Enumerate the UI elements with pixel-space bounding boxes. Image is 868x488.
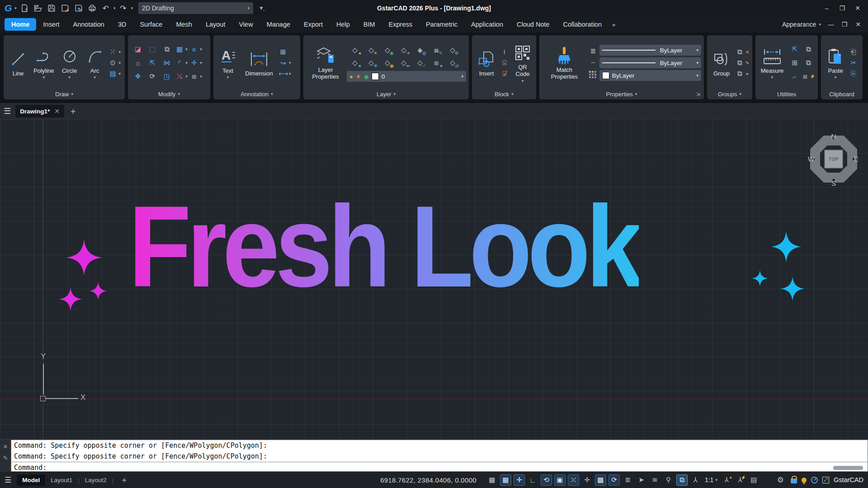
3d-object-snap-toggle[interactable]: ⤫ [568, 474, 579, 486]
paste-special-button[interactable]: ⎗ [849, 48, 858, 56]
polyline-button[interactable]: Polyline ▾ [32, 45, 56, 81]
tab-surface[interactable]: Surface [133, 18, 169, 31]
mirror-button[interactable]: ⋈ [160, 59, 174, 67]
ui-lock-button[interactable] [791, 479, 797, 483]
match-properties-button[interactable]: Match Properties [542, 44, 587, 81]
align-button[interactable]: ≡▾ [189, 46, 203, 53]
list-stack-button[interactable]: ⧉ [802, 45, 815, 53]
doc-close-button[interactable]: ✕ [853, 19, 863, 29]
layer-transfer-button[interactable]: ◇⇄ [447, 59, 458, 67]
model-tab[interactable]: Model [17, 474, 45, 486]
doc-restore-button[interactable]: ❐ [839, 19, 850, 29]
arc-button[interactable]: Arc ▾ [83, 45, 107, 81]
tab-cloud-note[interactable]: Cloud Note [510, 18, 557, 31]
press-drag-toggle[interactable]: ▩ [595, 474, 606, 486]
pedit-button[interactable]: ⌂ [131, 59, 145, 67]
ungroup-button[interactable]: ⧉✕ [735, 48, 749, 56]
tab-bim[interactable]: BIM [357, 18, 382, 31]
tab-application[interactable]: Application [464, 18, 510, 31]
group-select-button[interactable]: ⧉➤ [735, 70, 749, 78]
app-menu-caret-icon[interactable]: ▾ [14, 6, 17, 10]
layer-select[interactable]: ● ☀ ◉ 0 ▾ [347, 71, 466, 82]
zoom-tool[interactable]: ⚲ [663, 474, 674, 486]
properties-panel-caption[interactable]: Properties▾ ⇲ [539, 89, 704, 99]
layer-on-button[interactable]: ◇● [349, 46, 360, 54]
block-edit-button[interactable]: ⌻ [500, 59, 509, 67]
copy-clip-button[interactable]: ⎘ [849, 70, 858, 78]
rotate-button[interactable]: ⟳ [145, 72, 160, 80]
snap-tracking-toggle[interactable]: ✛ [581, 474, 593, 486]
lineweight-toggle[interactable]: ≣ [622, 474, 633, 486]
new-layout-button[interactable]: ＋ [117, 474, 131, 485]
tab-layout[interactable]: Layout [199, 18, 232, 31]
table-button[interactable]: ⊞ [278, 48, 291, 56]
ortho-mode-toggle[interactable]: ∟ [527, 474, 538, 486]
annotation-scale-icon[interactable]: ⅄ [690, 474, 701, 486]
close-button[interactable]: ✕ [851, 3, 864, 14]
explode-button[interactable]: ⬚ [145, 45, 160, 53]
clean-screen-button[interactable]: ⤢ [822, 477, 829, 483]
new-document-tab-button[interactable]: ＋ [69, 105, 77, 117]
hatch-tools-button[interactable]: ▨▾ [108, 70, 121, 78]
layer-match-button[interactable]: ⧇✎ [431, 46, 442, 54]
tab-view[interactable]: View [232, 18, 259, 31]
copy-nested-button[interactable]: ⧉ [802, 59, 815, 67]
quick-properties-toggle[interactable]: ➤ [636, 474, 647, 486]
annotation-visibility-toggle[interactable]: ⅄● [721, 474, 732, 486]
document-menu-icon[interactable]: ☰ [4, 106, 11, 116]
layer-walk-button[interactable]: ⧈● [431, 59, 442, 67]
tab-insert[interactable]: Insert [36, 18, 66, 31]
layer-panel-caption[interactable]: Layer▾ [303, 89, 469, 99]
block-panel-caption[interactable]: Block▾ [472, 89, 536, 99]
move-button[interactable]: ✥ [131, 72, 145, 80]
point-tools-button[interactable]: ⁙▾ [108, 48, 121, 56]
erase-button[interactable]: ◪ [131, 45, 145, 53]
performance-gauge-button[interactable] [811, 477, 818, 483]
base-point-button[interactable]: ⍿ [500, 48, 509, 56]
undo-caret-icon[interactable]: ▾ [113, 6, 116, 10]
id-point-button[interactable]: ⇱ [788, 45, 802, 53]
sparkle-right-medium[interactable] [780, 277, 805, 301]
group-edit-button[interactable]: ⧉✎ [735, 59, 749, 67]
snap-mode-toggle[interactable]: ▦ [500, 474, 511, 486]
compass-north-label[interactable]: N [831, 132, 836, 140]
auto-annotation-toggle[interactable]: ⅄⚡ [735, 474, 746, 486]
layer-isolate-button[interactable]: ◈◍ [415, 46, 425, 54]
settings-gear-button[interactable]: ⚙ [775, 474, 786, 486]
boundary-button[interactable]: ⌐ [788, 73, 802, 80]
coordinates-readout[interactable]: 6918.7622, 2384.0406, 0.0000 [380, 476, 476, 484]
layer-settings-button[interactable]: ◇⚙ [447, 46, 458, 54]
redo-button[interactable]: ↷ [117, 2, 129, 14]
artwork-text[interactable]: Fresh Look [128, 186, 639, 307]
copy-button[interactable]: ⧉ [160, 45, 174, 53]
new-file-button[interactable] [19, 2, 30, 14]
sparkle-right-small[interactable] [752, 270, 768, 286]
undo-button[interactable]: ↶ [100, 2, 112, 14]
command-edit-icon[interactable]: ✎ [3, 455, 8, 461]
tab-export[interactable]: Export [297, 18, 330, 31]
scale-button[interactable]: ◳ [160, 72, 174, 80]
array-button[interactable]: ▦▾ [174, 45, 189, 53]
line-button[interactable]: Line [6, 48, 30, 78]
color-list-button[interactable] [589, 70, 598, 79]
layer-thaw-button[interactable]: ◇☀ [366, 46, 377, 54]
lineweight-list-button[interactable]: ≣ [589, 47, 598, 55]
linetype-select[interactable]: ByLayer ▾ [599, 57, 701, 68]
appearance-menu[interactable]: Appearance ▾ [782, 21, 821, 28]
save-as-button[interactable] [59, 2, 71, 14]
compass-east-label[interactable]: E [854, 155, 859, 163]
tab-help[interactable]: Help [330, 18, 357, 31]
lineweight-select[interactable]: ByLayer ▾ [599, 45, 701, 56]
linetype-list-button[interactable]: ┄ [589, 59, 598, 67]
more-tabs-icon[interactable]: » [609, 21, 619, 28]
command-close-icon[interactable]: ✕ [3, 443, 8, 450]
restore-button[interactable]: ❐ [835, 3, 849, 14]
quick-select-button[interactable]: ⧈⚡ [802, 72, 815, 80]
group-button[interactable]: Group [710, 48, 733, 78]
workspace-select[interactable]: 2D Drafting ▾ [138, 2, 253, 14]
gstarcad-logo-icon[interactable]: G [4, 3, 13, 14]
dimension-button[interactable]: Dimension [241, 48, 277, 78]
fillet-button[interactable]: ◜▾ [174, 59, 189, 67]
hardware-acceleration-button[interactable] [802, 478, 807, 483]
qr-code-button[interactable]: QR Code ▾ [511, 42, 534, 84]
